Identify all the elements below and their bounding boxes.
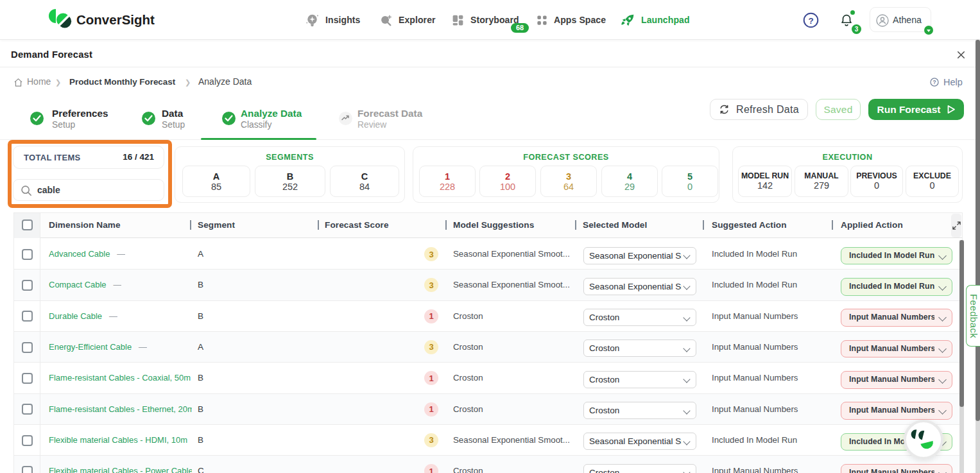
svg-text:?: ?	[933, 79, 936, 85]
svg-text:?: ?	[808, 16, 813, 26]
